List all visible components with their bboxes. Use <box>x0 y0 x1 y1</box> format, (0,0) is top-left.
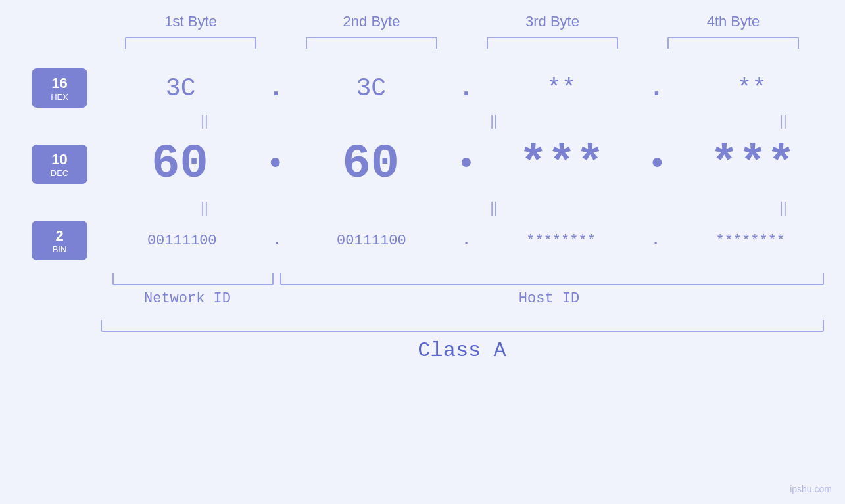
hex-dot1: . <box>268 74 283 103</box>
equals2-values: || || || || <box>119 199 845 216</box>
hex-values: 3C . 3C . ** . ** <box>87 74 845 103</box>
dec-byte2: 60 <box>299 137 443 191</box>
bin-dot3: . <box>652 233 660 249</box>
eq2-1: || <box>132 199 277 216</box>
bin-byte3: ******** <box>489 233 633 249</box>
hex-byte1: 3C <box>109 74 253 103</box>
hex-name: HEX <box>51 92 68 102</box>
bin-number: 2 <box>55 227 63 244</box>
bin-dot1: . <box>272 233 281 249</box>
bin-row: 2 BIN 00111100 . 00111100 . ******** . *… <box>0 221 845 260</box>
host-id-label: Host ID <box>275 290 824 307</box>
dec-byte4: *** <box>681 137 825 191</box>
byte2-header: 2nd Byte <box>299 13 444 30</box>
watermark: ipshu.com <box>790 484 832 494</box>
eq1-2: || <box>422 112 566 129</box>
bin-byte1: 00111100 <box>110 233 254 249</box>
byte3-header: 3rd Byte <box>480 13 625 30</box>
bracket-network <box>112 273 274 285</box>
dec-row: 10 DEC 60 • 60 • *** • *** <box>0 137 845 191</box>
eq2-spacer <box>277 199 422 216</box>
bin-byte4: ******** <box>678 233 823 249</box>
eq2-2: || <box>422 199 566 216</box>
bin-values: 00111100 . 00111100 . ******** . *******… <box>87 233 845 249</box>
dec-label: 10 DEC <box>32 145 87 184</box>
bracket-host <box>280 273 824 285</box>
dec-name: DEC <box>51 168 68 178</box>
bottom-brackets <box>101 273 824 285</box>
hex-byte4: ** <box>679 74 824 103</box>
bottom-labels: Network ID Host ID <box>101 290 824 307</box>
dec-dot2: • <box>457 147 476 182</box>
equals1-values: || || || || <box>119 112 845 129</box>
network-id-label: Network ID <box>101 290 275 307</box>
eq1-spacer <box>277 112 422 129</box>
dec-byte3: *** <box>489 137 634 191</box>
bin-byte2: 00111100 <box>299 233 444 249</box>
hex-row: 16 HEX 3C . 3C . ** . ** <box>0 68 845 108</box>
full-bottom-bracket <box>101 320 824 332</box>
eq1-spacer2 <box>566 112 711 129</box>
bracket-byte3 <box>487 37 618 49</box>
equals-row2: || || || || <box>0 195 845 221</box>
hex-number: 16 <box>51 75 67 92</box>
main-container: 1st Byte 2nd Byte 3rd Byte 4th Byte 16 H… <box>0 0 845 504</box>
hex-byte3: ** <box>489 74 634 103</box>
eq1-1: || <box>132 112 277 129</box>
dec-values: 60 • 60 • *** • *** <box>87 137 845 191</box>
byte4-header: 4th Byte <box>661 13 806 30</box>
bracket-byte4 <box>667 37 799 49</box>
eq2-spacer2 <box>566 199 711 216</box>
dec-dot1: • <box>266 147 285 182</box>
class-label: Class A <box>101 338 824 363</box>
equals-row1: || || || || <box>0 108 845 134</box>
byte-headers: 1st Byte 2nd Byte 3rd Byte 4th Byte <box>101 13 824 30</box>
dec-dot3: • <box>648 147 667 182</box>
hex-dot2: . <box>459 74 474 103</box>
dec-byte1: 60 <box>107 137 252 191</box>
bin-name: BIN <box>53 244 67 254</box>
hex-dot3: . <box>649 74 664 103</box>
byte1-header: 1st Byte <box>118 13 263 30</box>
bin-label: 2 BIN <box>32 221 87 260</box>
eq1-3: || <box>711 112 845 129</box>
bottom-section: Network ID Host ID <box>101 273 824 307</box>
bracket-byte2 <box>306 37 437 49</box>
hex-label: 16 HEX <box>32 68 87 108</box>
bin-dot2: . <box>462 233 470 249</box>
hex-byte2: 3C <box>299 74 443 103</box>
bracket-byte1 <box>125 37 256 49</box>
eq2-3: || <box>711 199 845 216</box>
dec-number: 10 <box>51 151 67 168</box>
top-brackets <box>101 37 824 49</box>
